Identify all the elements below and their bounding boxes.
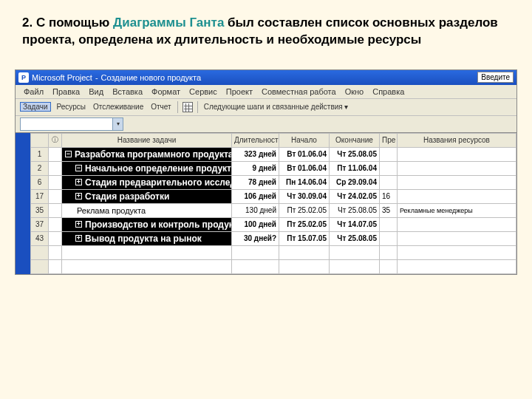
menu-view[interactable]: Вид [85,86,107,97]
col-name[interactable]: Название задачи [62,133,232,147]
table-row[interactable]: 6+Стадия предварительного исследования78… [31,175,516,189]
start-cell[interactable]: Вт 01.06.04 [279,147,330,161]
row-number[interactable] [31,259,49,273]
start-cell[interactable]: Пт 25.02.05 [279,203,330,217]
tb-report[interactable]: Отчет [149,102,172,112]
duration-cell[interactable]: 100 дней [232,217,279,231]
task-cell[interactable]: Реклама продукта [62,203,232,217]
tb-tracking[interactable]: Отслеживание [92,102,145,112]
start-cell[interactable]: Пн 14.06.04 [279,175,330,189]
duration-cell[interactable]: 130 дней [232,203,279,217]
duration-cell[interactable]: 106 дней [232,189,279,203]
table-row[interactable]: 1−Разработка программного продукта323 дн… [31,147,516,161]
menu-collab[interactable]: Совместная работа [258,86,340,97]
task-cell[interactable]: +Производство и контроль продукта [62,217,232,231]
row-number[interactable]: 2 [31,161,49,175]
finish-cell[interactable]: Ср 29.09.04 [330,175,380,189]
table-row[interactable]: 43+Вывод продукта на рынок30 дней?Пт 15.… [31,231,516,245]
row-info[interactable] [49,147,62,161]
col-start[interactable]: Начало [279,133,330,147]
outline-toggle-icon[interactable]: − [65,151,72,157]
tb-resources[interactable]: Ресурсы [55,102,87,112]
table-row[interactable]: 35Реклама продукта130 днейПт 25.02.05Чт … [31,203,516,217]
cell-entry-dropdown[interactable]: ▾ [20,117,123,131]
menu-tools[interactable]: Сервис [185,86,221,97]
task-cell[interactable]: +Стадия разработки [62,189,232,203]
outline-toggle-icon[interactable]: + [75,221,82,228]
outline-toggle-icon[interactable]: + [75,193,82,200]
row-number[interactable]: 37 [31,217,49,231]
start-cell[interactable]: Пт 25.02.05 [279,217,330,231]
pred-cell[interactable] [380,147,398,161]
pred-cell[interactable] [380,217,398,231]
table-row[interactable] [31,259,516,273]
help-input[interactable]: Введите [477,72,514,83]
outline-toggle-icon[interactable]: − [75,165,82,171]
finish-cell[interactable]: Чт 24.02.05 [330,189,380,203]
row-info[interactable] [49,189,62,203]
row-number[interactable]: 1 [31,147,49,161]
row-number[interactable]: 35 [31,203,49,217]
row-number[interactable] [31,245,49,259]
pred-cell[interactable] [380,175,398,189]
row-info[interactable] [49,217,62,231]
row-info[interactable] [49,175,62,189]
pred-cell[interactable]: 35 [380,203,398,217]
task-cell[interactable]: +Вывод продукта на рынок [62,231,232,245]
table-row[interactable]: 37+Производство и контроль продукта100 д… [31,217,516,231]
res-cell[interactable] [398,175,516,189]
task-cell[interactable]: +Стадия предварительного исследования [62,175,232,189]
view-bar[interactable] [16,133,30,274]
menu-window[interactable]: Окно [341,86,368,97]
start-cell[interactable]: Чт 30.09.04 [279,189,330,203]
menu-project[interactable]: Проект [222,86,256,97]
menu-help[interactable]: Справка [369,86,408,97]
res-cell[interactable] [398,217,516,231]
col-res[interactable]: Названия ресурсов [398,133,516,147]
res-cell[interactable]: Рекламные менеджеры [398,203,516,217]
col-duration[interactable]: Длительность [232,133,279,147]
start-cell[interactable]: Пт 15.07.05 [279,231,330,245]
col-rownum[interactable] [31,133,49,147]
duration-cell[interactable]: 323 дней [232,147,279,161]
outline-toggle-icon[interactable]: + [75,235,82,242]
task-cell[interactable]: −Разработка программного продукта [62,147,232,161]
outline-toggle-icon[interactable]: + [75,179,82,185]
row-info[interactable] [49,161,62,175]
finish-cell[interactable]: Чт 25.08.05 [330,231,380,245]
table-row[interactable] [31,245,516,259]
res-cell[interactable] [398,231,516,245]
row-info[interactable] [49,231,62,245]
res-cell[interactable] [398,189,516,203]
menu-file[interactable]: Файл [20,86,47,97]
grid-icon[interactable] [183,102,193,112]
finish-cell[interactable]: Чт 25.08.05 [330,147,380,161]
row-number[interactable]: 6 [31,175,49,189]
finish-cell[interactable]: Чт 14.07.05 [330,217,380,231]
start-cell[interactable]: Вт 01.06.04 [279,161,330,175]
duration-cell[interactable]: 30 дней? [232,231,279,245]
menu-insert[interactable]: Вставка [109,86,146,97]
pred-cell[interactable] [380,161,398,175]
col-pred[interactable]: Пре [380,133,398,147]
finish-cell[interactable]: Пт 11.06.04 [330,161,380,175]
row-number[interactable]: 17 [31,189,49,203]
menu-edit[interactable]: Правка [49,86,83,97]
col-finish[interactable]: Окончание [330,133,380,147]
duration-cell[interactable]: 78 дней [232,175,279,189]
task-cell[interactable]: −Начальное определение продукта [62,161,232,175]
tb-tasks[interactable]: Задачи [20,102,51,112]
table-row[interactable]: 17+Стадия разработки106 днейЧт 30.09.04Ч… [31,189,516,203]
row-info[interactable] [49,203,62,217]
pred-cell[interactable] [380,231,398,245]
pred-cell[interactable]: 16 [380,189,398,203]
row-number[interactable]: 43 [31,231,49,245]
res-cell[interactable] [398,161,516,175]
duration-cell[interactable]: 9 дней [232,161,279,175]
menu-format[interactable]: Формат [148,86,184,97]
tb-next[interactable]: Следующие шаги и связанные действия ▾ [202,102,350,112]
table-row[interactable]: 2−Начальное определение продукта9 днейВт… [31,161,516,175]
col-info[interactable]: ⓘ [49,133,62,147]
finish-cell[interactable]: Чт 25.08.05 [330,203,380,217]
res-cell[interactable] [398,147,516,161]
